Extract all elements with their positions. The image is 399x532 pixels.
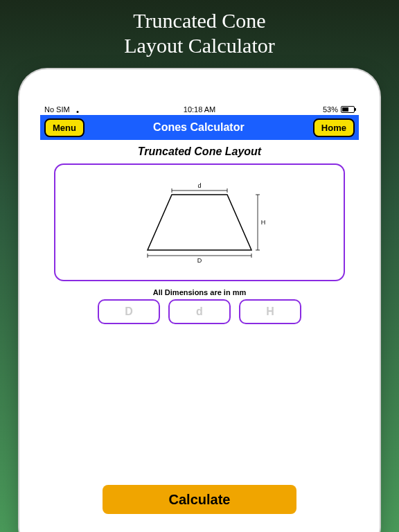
diagram-box: d D H: [54, 163, 345, 281]
promo-line2: Layout Calculator: [0, 33, 399, 58]
label-h: H: [261, 219, 266, 226]
input-row: [40, 299, 359, 324]
status-bar: No SIM 10:18 AM 53%: [40, 104, 359, 115]
menu-button[interactable]: Menu: [44, 118, 85, 137]
svg-marker-0: [148, 195, 251, 250]
dimensions-note: All Dimensions are in mm: [40, 284, 359, 299]
header-title: Cones Calculator: [153, 121, 245, 134]
battery-icon: [341, 106, 355, 113]
calculate-button[interactable]: Calculate: [103, 485, 296, 514]
wifi-icon: [73, 106, 82, 113]
app-screen: No SIM 10:18 AM 53% Menu Cones Calculato…: [40, 104, 359, 520]
promo-title: Truncated Cone Layout Calculator: [0, 0, 399, 64]
label-d: d: [197, 182, 201, 189]
input-big-d[interactable]: [98, 299, 160, 324]
home-button[interactable]: Home: [313, 118, 355, 137]
clock-text: 10:18 AM: [184, 105, 215, 114]
tablet-frame: No SIM 10:18 AM 53% Menu Cones Calculato…: [19, 69, 380, 532]
battery-text: 53%: [323, 105, 338, 114]
cone-diagram: d D H: [130, 181, 269, 264]
carrier-text: No SIM: [44, 105, 70, 114]
promo-line1: Truncated Cone: [0, 8, 399, 33]
app-header: Menu Cones Calculator Home: [40, 115, 359, 140]
input-h[interactable]: [239, 299, 301, 324]
input-small-d[interactable]: [168, 299, 231, 324]
label-big-d: D: [197, 257, 202, 264]
screen-title: Truncated Cone Layout: [40, 140, 359, 161]
